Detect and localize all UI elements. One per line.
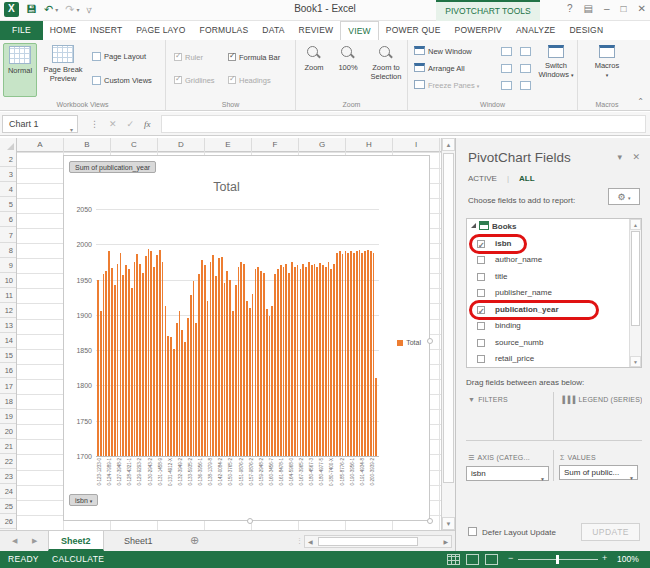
bar-61[interactable] bbox=[269, 316, 271, 456]
macros-button[interactable]: Macros▾ bbox=[588, 43, 626, 79]
bar-6[interactable] bbox=[114, 285, 116, 456]
bar-19[interactable] bbox=[150, 251, 152, 456]
bar-71[interactable] bbox=[297, 265, 299, 456]
bar-12[interactable] bbox=[131, 288, 133, 456]
bar-8[interactable] bbox=[120, 253, 122, 456]
custom-views-button[interactable]: Custom Views bbox=[92, 76, 152, 85]
new-window-button[interactable]: New Window bbox=[414, 46, 472, 56]
pane-close-icon[interactable]: ✕ bbox=[632, 152, 640, 162]
column-header-B[interactable]: B bbox=[64, 138, 111, 152]
bar-68[interactable] bbox=[288, 273, 290, 456]
bar-14[interactable] bbox=[136, 254, 138, 456]
zoom-100-button[interactable]: 100% bbox=[332, 43, 364, 72]
bar-32[interactable] bbox=[187, 318, 189, 456]
bar-38[interactable] bbox=[204, 265, 206, 456]
legend-area[interactable]: ▐▐▐LEGEND (SERIES) bbox=[554, 392, 642, 441]
field-item-books[interactable]: Books bbox=[467, 219, 641, 236]
bar-52[interactable] bbox=[243, 264, 245, 456]
bar-59[interactable] bbox=[263, 273, 265, 456]
bar-2[interactable] bbox=[103, 274, 105, 456]
field-checkbox[interactable] bbox=[477, 322, 485, 330]
bar-3[interactable] bbox=[105, 271, 107, 456]
field-checkbox[interactable] bbox=[477, 339, 485, 347]
bar-24[interactable] bbox=[165, 306, 167, 456]
bar-26[interactable] bbox=[170, 337, 172, 456]
bar-88[interactable] bbox=[345, 251, 347, 456]
bar-34[interactable] bbox=[193, 281, 195, 456]
bar-28[interactable] bbox=[176, 323, 178, 456]
column-header-D[interactable]: D bbox=[158, 138, 205, 152]
bar-70[interactable] bbox=[294, 267, 296, 456]
bar-73[interactable] bbox=[302, 264, 304, 456]
bar-62[interactable] bbox=[271, 306, 273, 456]
field-item-isbn[interactable]: isbn bbox=[467, 236, 641, 253]
axis-area[interactable]: ☰AXIS (CATEG... isbn▼ bbox=[466, 450, 554, 481]
row-header-20[interactable]: 20 bbox=[0, 424, 16, 439]
bar-86[interactable] bbox=[339, 251, 341, 456]
pane-options-icon[interactable]: ▾ bbox=[617, 152, 622, 162]
close-button[interactable]: ✕ bbox=[638, 3, 646, 14]
bar-4[interactable] bbox=[108, 251, 110, 456]
field-item-source_numb[interactable]: source_numb bbox=[467, 335, 641, 352]
tab-formulas[interactable]: FORMULAS bbox=[193, 21, 256, 40]
bar-17[interactable] bbox=[145, 256, 147, 456]
freeze-panes-button[interactable]: Freeze Panes ▾ bbox=[414, 80, 479, 90]
split-icon[interactable] bbox=[501, 47, 512, 56]
tab-view[interactable]: VIEW bbox=[340, 21, 379, 40]
bar-69[interactable] bbox=[291, 262, 293, 456]
synchronous-scrolling-icon[interactable] bbox=[520, 64, 531, 73]
row-header-4[interactable]: 4 bbox=[0, 182, 16, 197]
field-checkbox[interactable] bbox=[477, 289, 485, 297]
pivot-field-button[interactable]: Sum of publication_year bbox=[69, 161, 156, 173]
bar-82[interactable] bbox=[328, 262, 330, 456]
bar-22[interactable] bbox=[159, 250, 161, 456]
bar-94[interactable] bbox=[361, 253, 363, 456]
bar-72[interactable] bbox=[300, 269, 302, 456]
field-item-publication_year[interactable]: publication_year bbox=[467, 302, 641, 319]
bar-23[interactable] bbox=[162, 262, 164, 456]
row-header-12[interactable]: 12 bbox=[0, 303, 16, 318]
bar-50[interactable] bbox=[238, 267, 240, 456]
bar-25[interactable] bbox=[167, 336, 169, 456]
row-header-14[interactable]: 14 bbox=[0, 333, 16, 348]
row-header-2[interactable]: 2 bbox=[0, 152, 16, 167]
field-item-author_name[interactable]: author_name bbox=[467, 252, 641, 269]
normal-view-button[interactable]: Normal bbox=[3, 43, 37, 97]
field-item-binding[interactable]: binding bbox=[467, 318, 641, 335]
field-checkbox[interactable] bbox=[477, 355, 485, 363]
bar-67[interactable] bbox=[285, 264, 287, 456]
field-checkbox[interactable] bbox=[477, 240, 485, 248]
name-box[interactable]: Chart 1▾ bbox=[2, 115, 78, 133]
tab-data[interactable]: DATA bbox=[255, 21, 291, 40]
field-scroll-thumb[interactable] bbox=[631, 231, 640, 326]
tab-powerpiv[interactable]: POWERPIV bbox=[448, 21, 509, 40]
row-header-16[interactable]: 16 bbox=[0, 363, 16, 378]
bar-60[interactable] bbox=[266, 309, 268, 456]
bar-75[interactable] bbox=[308, 262, 310, 456]
expand-triangle-icon[interactable] bbox=[471, 223, 476, 228]
bar-92[interactable] bbox=[356, 251, 358, 456]
bar-15[interactable] bbox=[139, 264, 141, 456]
insert-function-icon[interactable]: fx bbox=[144, 119, 151, 129]
row-header-24[interactable]: 24 bbox=[0, 484, 16, 499]
bar-29[interactable] bbox=[179, 311, 181, 456]
bar-81[interactable] bbox=[325, 267, 327, 456]
bar-56[interactable] bbox=[255, 269, 257, 456]
bar-85[interactable] bbox=[336, 253, 338, 456]
bar-37[interactable] bbox=[201, 260, 203, 456]
field-item-title[interactable]: title bbox=[467, 269, 641, 286]
tab-all-fields[interactable]: ALL bbox=[519, 174, 535, 183]
chart-resize-handle-right[interactable] bbox=[427, 338, 433, 344]
zoom-out-icon[interactable]: − bbox=[508, 553, 513, 563]
bar-90[interactable] bbox=[350, 251, 352, 456]
update-button[interactable]: UPDATE bbox=[581, 523, 640, 541]
bar-91[interactable] bbox=[353, 253, 355, 456]
bar-45[interactable] bbox=[224, 283, 226, 456]
cancel-icon[interactable]: ✕ bbox=[109, 119, 117, 129]
field-scroll-up-icon[interactable]: ▲ bbox=[630, 219, 641, 230]
bar-0[interactable] bbox=[97, 280, 99, 456]
chart-legend[interactable]: Total bbox=[397, 339, 421, 346]
checkbox-ruler[interactable]: Ruler bbox=[174, 53, 203, 62]
bar-66[interactable] bbox=[283, 267, 285, 456]
tab-active-fields[interactable]: ACTIVE bbox=[468, 174, 497, 183]
